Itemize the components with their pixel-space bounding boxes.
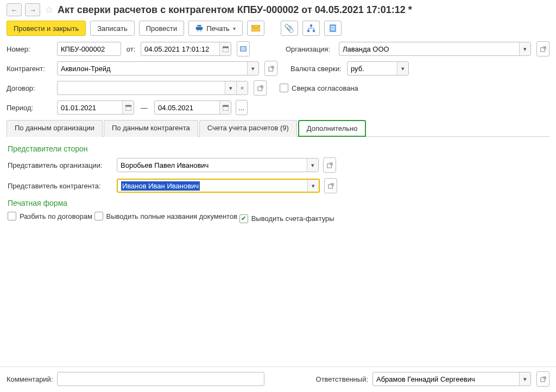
contract-label: Договор: xyxy=(7,84,53,92)
responsible-open-button[interactable] xyxy=(536,371,549,387)
svg-rect-5 xyxy=(331,26,335,27)
counterparty-input[interactable] xyxy=(58,62,247,75)
contract-clear-icon[interactable]: × xyxy=(236,81,248,94)
svg-rect-3 xyxy=(313,30,315,32)
contract-dropdown-icon[interactable]: ▾ xyxy=(225,81,236,94)
org-rep-dropdown-icon[interactable]: ▾ xyxy=(307,159,318,172)
org-input[interactable] xyxy=(339,42,519,55)
arrow-right-icon: → xyxy=(29,6,36,14)
number-label: Номер: xyxy=(7,45,53,53)
org-dropdown-icon[interactable]: ▾ xyxy=(519,42,530,55)
svg-rect-11 xyxy=(241,47,245,48)
org-label: Организация: xyxy=(286,45,334,53)
nav-forward-button[interactable]: → xyxy=(25,3,40,16)
svg-rect-13 xyxy=(241,50,245,50)
period-select-button[interactable]: ... xyxy=(236,100,248,115)
from-label: от: xyxy=(125,45,136,53)
date-extra-button[interactable] xyxy=(237,41,250,56)
agreed-label: Сверка согласована xyxy=(292,84,358,92)
contract-input[interactable] xyxy=(58,81,225,94)
period-dash: — xyxy=(138,104,150,112)
calendar-icon[interactable] xyxy=(122,101,134,114)
toolbar: Провести и закрыть Записать Провести Печ… xyxy=(0,18,556,41)
printer-icon xyxy=(195,24,203,32)
paperclip-icon: 📎 xyxy=(284,23,294,33)
currency-input[interactable] xyxy=(348,62,397,75)
tab-list: По данным организации По данным контраге… xyxy=(7,119,549,137)
cp-rep-field[interactable]: Иванов Иван Иванович ▾ xyxy=(117,179,320,193)
tab-org-data[interactable]: По данным организации xyxy=(7,120,103,137)
svg-rect-9 xyxy=(223,46,229,48)
counterparty-label: Контрагент: xyxy=(7,65,53,73)
output-invoices-label: Выводить счета-фактуры xyxy=(251,214,334,223)
org-rep-label: Представитель организации: xyxy=(8,161,113,169)
responsible-dropdown-icon[interactable]: ▾ xyxy=(519,372,530,385)
tab-accounts[interactable]: Счета учета расчетов (9) xyxy=(199,120,297,137)
page-title: Акт сверки расчетов с контрагентом КПБУ-… xyxy=(58,4,412,16)
contract-open-button[interactable] xyxy=(254,80,267,96)
nav-back-button[interactable]: ← xyxy=(7,3,22,16)
cp-rep-label: Представитель контрагента: xyxy=(8,182,113,190)
responsible-label: Ответственный: xyxy=(316,375,368,383)
report-button[interactable] xyxy=(324,21,342,36)
cp-rep-open-button[interactable] xyxy=(324,178,337,193)
svg-rect-2 xyxy=(307,30,309,32)
envelope-icon xyxy=(251,25,260,31)
period-from-input[interactable] xyxy=(58,101,122,114)
svg-rect-20 xyxy=(223,105,229,106)
svg-rect-18 xyxy=(125,105,131,106)
ellipsis-icon: ... xyxy=(239,104,245,112)
svg-rect-6 xyxy=(331,28,335,29)
svg-rect-7 xyxy=(331,29,335,30)
svg-rect-1 xyxy=(310,24,312,27)
split-by-contracts-label: Разбить по договорам xyxy=(20,212,92,220)
cp-rep-value: Иванов Иван Иванович xyxy=(121,181,200,191)
counterparty-open-button[interactable] xyxy=(264,61,277,76)
comment-input[interactable] xyxy=(58,372,264,385)
arrow-left-icon: ← xyxy=(11,6,18,14)
email-button[interactable] xyxy=(247,21,264,36)
tab-panel-additional: Представители сторон Представитель орган… xyxy=(7,137,549,233)
save-button[interactable]: Записать xyxy=(90,21,135,36)
chevron-down-icon: ▾ xyxy=(233,26,236,31)
org-rep-input[interactable] xyxy=(117,159,307,172)
calendar-icon[interactable] xyxy=(219,42,231,55)
org-rep-open-button[interactable] xyxy=(323,157,336,173)
period-label: Период: xyxy=(7,104,53,112)
hierarchy-icon xyxy=(307,24,315,32)
attachment-button[interactable]: 📎 xyxy=(281,21,298,36)
split-by-contracts-checkbox[interactable] xyxy=(8,212,16,220)
footer: Комментарий: Ответственный: ▾ xyxy=(0,366,556,392)
output-invoices-checkbox[interactable]: ✔ xyxy=(239,214,248,223)
comment-label: Комментарий: xyxy=(7,375,53,383)
org-open-button[interactable] xyxy=(536,41,549,56)
calendar-icon[interactable] xyxy=(219,101,231,114)
section-representatives: Представители сторон xyxy=(8,144,548,153)
counterparty-dropdown-icon[interactable]: ▾ xyxy=(247,62,258,75)
currency-label: Валюта сверки: xyxy=(290,65,343,73)
agreed-checkbox[interactable] xyxy=(280,84,288,92)
section-print-form: Печатная форма xyxy=(8,199,548,207)
print-button[interactable]: Печать ▾ xyxy=(188,21,243,36)
tab-counterparty-data[interactable]: По данным контрагента xyxy=(104,120,198,137)
post-and-close-button[interactable]: Провести и закрыть xyxy=(7,21,86,36)
list-icon xyxy=(330,24,336,32)
svg-rect-12 xyxy=(241,48,245,49)
date-input[interactable] xyxy=(141,42,219,55)
responsible-input[interactable] xyxy=(373,372,519,385)
number-input[interactable] xyxy=(58,42,121,55)
tab-additional[interactable]: Дополнительно xyxy=(298,120,367,137)
favorite-star-icon[interactable]: ☆ xyxy=(45,4,53,16)
period-to-input[interactable] xyxy=(155,101,219,114)
print-button-label: Печать xyxy=(206,24,230,33)
full-doc-names-checkbox[interactable] xyxy=(94,212,103,220)
cp-rep-dropdown-icon[interactable]: ▾ xyxy=(307,180,319,192)
structure-button[interactable] xyxy=(302,21,320,36)
svg-rect-0 xyxy=(251,25,260,31)
currency-dropdown-icon[interactable]: ▾ xyxy=(397,62,408,75)
full-doc-names-label: Выводить полные названия документов xyxy=(106,212,237,220)
post-button[interactable]: Провести xyxy=(139,21,185,36)
